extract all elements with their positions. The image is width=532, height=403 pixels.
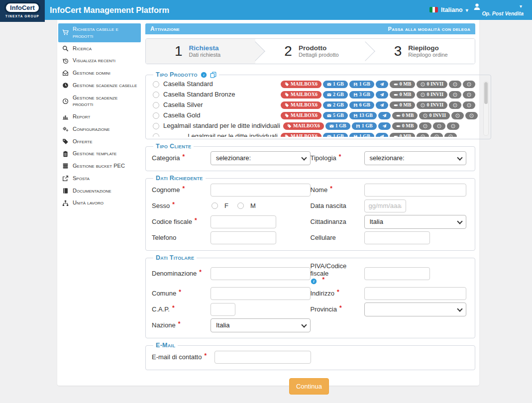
denominazione-field[interactable] [211,267,311,280]
question-icon: ? [437,124,441,128]
badge-text: 0 MB [402,113,414,118]
product-badge [376,101,388,109]
paper-plane-icon [380,103,384,107]
scrollbar-thumb[interactable] [484,82,488,104]
field-label-text: Denominazione [152,270,197,277]
sidebar-item-ricerca[interactable]: Ricerca [58,43,141,55]
disk-icon [356,124,360,128]
sidebar-item-visualizza-recenti[interactable]: Visualizza recenti [58,55,141,67]
product-badge: ? [449,101,461,109]
tag-icon [287,124,292,128]
comune-field[interactable] [211,287,311,300]
svg-text:?: ? [423,94,424,96]
wizard-step-1[interactable]: 1 Richiesta Dati richiesta [146,39,255,64]
sidebar-item-report[interactable]: Report [58,111,141,123]
cellulare-field[interactable] [364,231,430,244]
indirizzo-field[interactable] [364,287,466,300]
continue-button[interactable]: Continua [289,378,329,395]
radio-option[interactable]: M [236,202,256,209]
mail-open-icon [61,70,69,76]
step-title: Richiesta [189,44,221,52]
field-label-text: Nazione [152,321,176,329]
required-mark: * [339,304,342,311]
paper-plane-icon [382,124,387,128]
sidebar-item-sposta[interactable]: Sposta [58,173,141,185]
info-icon[interactable]: i [311,278,317,285]
e-mail-di-contatto-field[interactable] [214,351,311,364]
product-radio-casella-silver[interactable] [153,102,159,108]
svg-text:?: ? [453,125,454,127]
badge-text: MAILBOX6 [293,123,320,128]
step-number: 1 [175,43,183,59]
cittadinanza-select[interactable]: Italia [364,215,466,229]
tipologia-select[interactable]: selezionare: [364,151,466,165]
required-mark: * [337,289,339,296]
badge-text: 0 INVII [426,82,443,87]
codice-fiscale-field[interactable] [211,215,276,228]
section-legend: E-Mail [153,342,178,349]
language-selector[interactable]: Italiano ▾ [441,0,468,20]
nazione-select[interactable]: Italia [211,318,311,332]
sidebar-item-richiesta-caselle-e-prodotti[interactable]: Richiesta caselle e prodotti [58,23,141,42]
field-label-text: C.A.P. [152,305,170,313]
required-mark: * [330,185,332,192]
sidebar-item-gestione-template[interactable]: Gestione template [58,148,141,160]
infocert-logo: InfoCert TINEXTA GROUP [0,0,45,22]
info-icon[interactable]: i [201,72,207,78]
badge-text: 0 MB [400,82,412,87]
product-radio-legalmail-standard-per-le-ditte-individuali[interactable] [153,123,159,129]
sidebar-item-label: Gestione domini [73,70,110,77]
sidebar-item-offerte[interactable]: Offerte [58,136,141,148]
sidebar-item-documentazione[interactable]: Documentazione [58,185,141,197]
section-legend-text: Tipo Cliente [156,143,191,150]
delega-link[interactable]: Passa alla modalità con delega [388,26,470,32]
badge-text: 1 GB [359,82,370,87]
question-icon: ? [421,93,425,97]
wizard-step-2[interactable]: 2 Prodotto Dettagli prodotto [255,39,365,64]
product-radio-casella-gold[interactable] [153,112,159,119]
svg-text:?: ? [454,104,456,106]
product-radio-casella-standard[interactable] [153,81,159,88]
field-label-text: Indirizzo [311,290,334,297]
radio-option[interactable]: F [211,202,228,209]
c-a-p-field[interactable] [211,303,235,316]
svg-text:?: ? [468,104,470,106]
sidebar-item-gestione-scadenze-prodotti[interactable]: Gestione scadenze prodotti [58,92,141,111]
tag-icon [285,82,289,87]
badge-text: MAILBOX6 [291,102,318,107]
user-icon[interactable] [473,2,481,11]
sidebar-item-label: Sposta [73,175,90,182]
product-badge: ?0 INVII [417,91,447,99]
cognome-field[interactable] [211,184,311,197]
product-radio-legalmail-per-le-ditte-individuali[interactable] [153,133,159,137]
inbox-icon [327,82,331,87]
categoria-select[interactable]: selezionare: [211,151,311,165]
sidebar-item-gestione-bucket-pec[interactable]: Gestione bucket PEC [58,160,141,172]
telefono-field[interactable] [211,231,276,244]
field-label: Cellulare [311,234,364,241]
copy-icon[interactable] [210,72,216,78]
badge-text: 13 GB [359,113,373,118]
piva-codice-fiscale-field[interactable] [364,267,430,280]
nome-field[interactable] [364,184,466,197]
italian-flag-icon [429,7,438,12]
sidebar-item-gestione-scadenze-caselle[interactable]: Gestione scadenze caselle [58,80,141,92]
disk-icon [353,113,358,118]
product-radio-casella-standard-bronze[interactable] [153,92,159,98]
field-label-text: Nome [311,186,328,194]
svg-text:?: ? [436,135,438,137]
section-legend-text: E-Mail [156,342,175,349]
sidebar-item-gestione-domini[interactable]: Gestione domini [58,67,141,79]
sidebar-item-unit-lavoro[interactable]: Unità lavoro [58,197,141,209]
product-badge: 13 GB [349,112,377,119]
wizard-step-3[interactable]: 3 Riepilogo Riepilogo ordine [365,39,475,64]
badge-text: 2 GB [333,92,344,97]
logo-subbrand: TINEXTA GROUP [5,14,39,18]
sidebar-item-configurazione[interactable]: Configurazione [58,123,141,135]
step-subtitle: Dati richiesta [189,52,221,58]
product-row: Casella SilverMAILBOX62 GB6 GB0 MB?0 INV… [152,100,478,110]
user-menu-caret-icon[interactable]: ▾ [520,3,522,9]
provincia-select[interactable] [364,302,466,316]
product-scrollbar[interactable] [483,81,489,136]
data-nascita-field[interactable] [364,200,406,212]
